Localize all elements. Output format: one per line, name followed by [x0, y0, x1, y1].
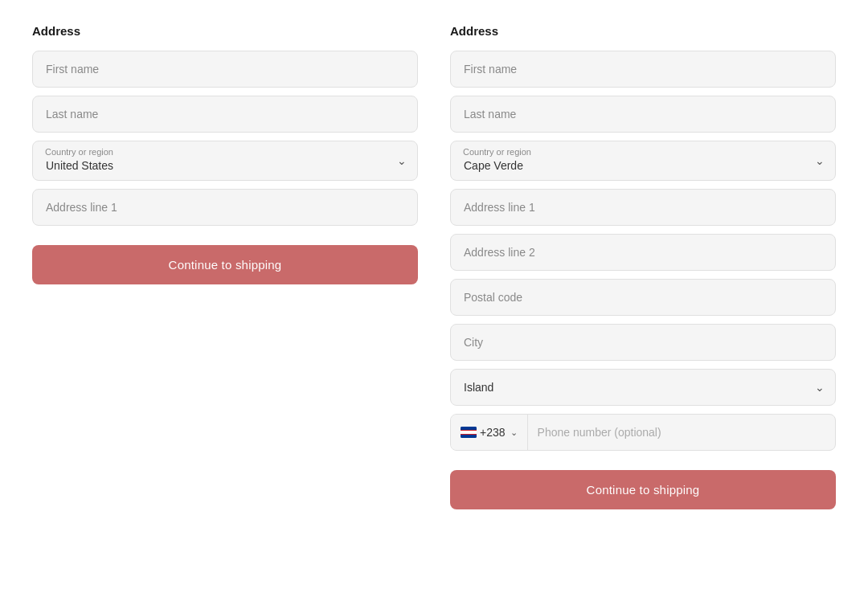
page-wrapper: Address Country or region United States … — [16, 24, 852, 509]
right-address-line2-group — [450, 234, 836, 271]
right-form-panel: Address Country or region Cape Verde Uni… — [450, 24, 836, 509]
right-country-group: Country or region Cape Verde United Stat… — [450, 141, 836, 181]
left-address-line1-input[interactable] — [32, 189, 418, 226]
left-last-name-group — [32, 96, 418, 133]
right-island-select[interactable]: Island Santiago São Vicente Santo Antão … — [450, 369, 836, 406]
phone-country-selector[interactable]: +238 ⌄ — [451, 415, 528, 450]
left-country-group: Country or region United States Canada U… — [32, 141, 418, 181]
left-form-panel: Address Country or region United States … — [32, 24, 418, 509]
left-first-name-group — [32, 51, 418, 88]
right-last-name-group — [450, 96, 836, 133]
right-island-group: Island Santiago São Vicente Santo Antão … — [450, 369, 836, 406]
right-continue-button[interactable]: Continue to shipping — [450, 470, 836, 509]
left-country-select[interactable]: United States Canada United Kingdom Aust… — [32, 141, 418, 181]
right-first-name-group — [450, 51, 836, 88]
right-city-input[interactable] — [450, 324, 836, 361]
left-section-title: Address — [32, 24, 418, 38]
phone-country-code: +238 — [480, 426, 506, 439]
right-address-line1-input[interactable] — [450, 189, 836, 226]
left-address-line1-group — [32, 189, 418, 226]
right-city-group — [450, 324, 836, 361]
cape-verde-flag-icon — [461, 427, 477, 438]
right-country-select[interactable]: Cape Verde United States Canada — [450, 141, 836, 181]
phone-chevron-icon: ⌄ — [510, 427, 518, 438]
right-section-title: Address — [450, 24, 836, 38]
left-first-name-input[interactable] — [32, 51, 418, 88]
right-address-line2-input[interactable] — [450, 234, 836, 271]
phone-number-input[interactable] — [528, 415, 835, 450]
left-continue-button[interactable]: Continue to shipping — [32, 245, 418, 284]
right-postal-code-group — [450, 279, 836, 316]
right-phone-group: +238 ⌄ — [450, 414, 836, 451]
right-postal-code-input[interactable] — [450, 279, 836, 316]
right-first-name-input[interactable] — [450, 51, 836, 88]
left-last-name-input[interactable] — [32, 96, 418, 133]
right-last-name-input[interactable] — [450, 96, 836, 133]
right-address-line1-group — [450, 189, 836, 226]
